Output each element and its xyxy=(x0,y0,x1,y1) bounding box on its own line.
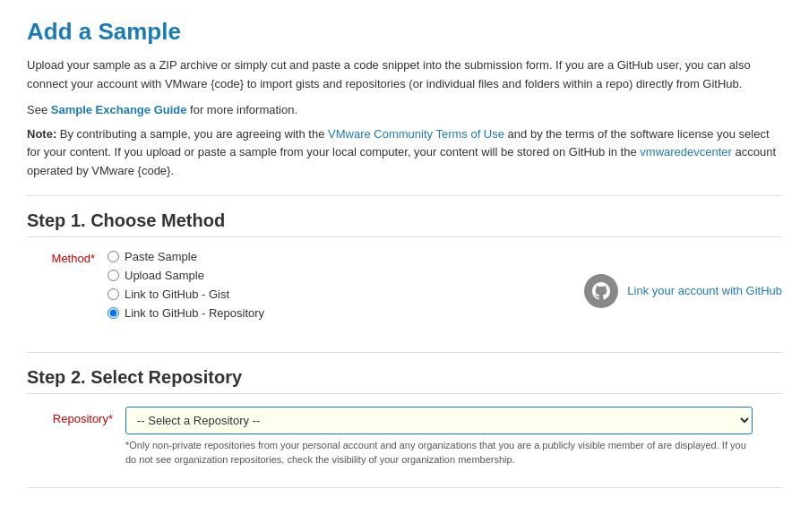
section-divider-3 xyxy=(27,487,782,488)
link-github-account[interactable]: Link your account with GitHub xyxy=(627,284,782,297)
step2-section: Step 2. Select Repository Repository* --… xyxy=(27,367,782,468)
repo-select-wrapper: -- Select a Repository -- *Only non-priv… xyxy=(125,407,753,468)
github-connect-section: Link your account with GitHub xyxy=(584,274,782,308)
repo-note: *Only non-private repositories from your… xyxy=(125,438,753,468)
method-options: Paste Sample Upload Sample Link to GitHu… xyxy=(108,250,264,320)
intro-paragraph: Upload your sample as a ZIP archive or s… xyxy=(27,56,782,94)
radio-repo[interactable] xyxy=(108,307,119,319)
radio-upload[interactable] xyxy=(108,270,119,281)
radio-gist[interactable] xyxy=(108,288,119,300)
sample-exchange-guide-link[interactable]: Sample Exchange Guide xyxy=(51,103,187,116)
section-divider-1 xyxy=(27,195,782,196)
method-upload[interactable]: Upload Sample xyxy=(108,269,264,282)
github-icon xyxy=(584,274,618,308)
vmware-terms-link[interactable]: VMware Community Terms of Use xyxy=(328,127,504,141)
method-gist[interactable]: Link to GitHub - Gist xyxy=(108,287,264,301)
step1-heading: Step 1. Choose Method xyxy=(27,210,782,237)
note-text: Note: By contributing a sample, you are … xyxy=(27,125,782,181)
vmwaredevcenter-link[interactable]: vmwaredevcenter xyxy=(640,145,732,159)
repository-select[interactable]: -- Select a Repository -- xyxy=(125,407,753,434)
see-guide-text: See Sample Exchange Guide for more infor… xyxy=(27,103,782,116)
section-divider-2 xyxy=(27,352,782,353)
step1-section: Step 1. Choose Method Method* Paste Samp… xyxy=(27,210,782,332)
method-paste[interactable]: Paste Sample xyxy=(108,250,264,263)
method-label: Method* xyxy=(27,252,108,265)
page-title: Add a Sample xyxy=(27,18,782,46)
method-repo[interactable]: Link to GitHub - Repository xyxy=(108,306,264,320)
radio-paste[interactable] xyxy=(108,251,119,262)
repo-row: Repository* -- Select a Repository -- *O… xyxy=(27,407,782,468)
repo-label: Repository* xyxy=(27,412,125,425)
step2-heading: Step 2. Select Repository xyxy=(27,367,782,394)
